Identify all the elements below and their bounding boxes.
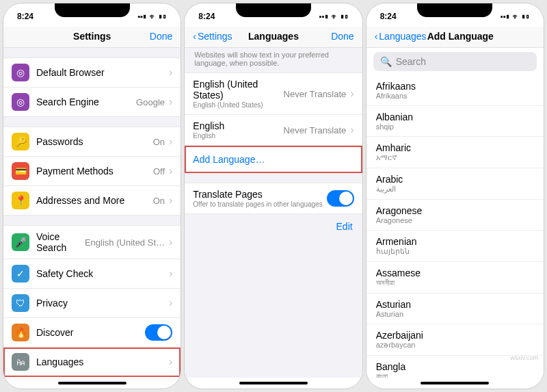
language-name: Armenian <box>376 236 534 247</box>
settings-list[interactable]: ◎Default Browser›◎Search EngineGoogle›🔑P… <box>3 48 181 378</box>
language-option[interactable]: AsturianAsturian <box>366 293 544 324</box>
language-name: Aragonese <box>376 205 534 216</box>
translate-toggle[interactable] <box>327 190 354 207</box>
chevron-left-icon: ‹ <box>375 31 378 42</box>
cell-label: Discover <box>36 327 145 338</box>
language-option[interactable]: Arabicالعربية <box>366 168 544 200</box>
language-native: অসমীয়া <box>376 278 534 287</box>
language-sub: English <box>193 132 283 140</box>
language-picker-list[interactable]: AfrikaansAfrikaansAlbanianshqipAmharicአማ… <box>366 75 544 378</box>
settings-cell-discover[interactable]: 🔥Discover <box>3 318 181 348</box>
chevron-right-icon: › <box>169 267 172 280</box>
settings-cell-payment-methods[interactable]: 💳Payment MethodsOff› <box>3 157 181 186</box>
settings-cell-default-browser[interactable]: ◎Default Browser› <box>3 57 181 88</box>
navbar: ‹ Settings Languages Done <box>185 27 362 48</box>
language-option[interactable]: Amharicአማርኛ <box>366 137 544 168</box>
search-icon: 🔍 <box>380 56 392 67</box>
language-sub: English (United States) <box>193 101 283 109</box>
phone-add-language: 8:24 ▪▪▮ ᯤ ▮▯ ‹ Languages Add Language 🔍… <box>366 3 544 389</box>
translate-label: Translate Pages <box>193 189 326 200</box>
cell-value: On <box>153 137 165 147</box>
chevron-right-icon: › <box>169 96 172 108</box>
language-native: Afrikaans <box>376 92 534 100</box>
status-time: 8:24 <box>17 12 34 21</box>
language-option[interactable]: Albanianshqip <box>366 106 544 137</box>
cell-value: Off <box>153 166 165 177</box>
language-option[interactable]: Armenianհայերեն <box>366 231 544 262</box>
cell-icon: 🛡 <box>12 294 29 312</box>
settings-cell-safety-check[interactable]: ✓Safety Check› <box>3 259 181 289</box>
cell-label: Safety Check <box>36 268 169 279</box>
status-indicators: ▪▪▮ ᯤ ▮▯ <box>501 12 530 21</box>
edit-button[interactable]: Edit <box>185 214 362 239</box>
chevron-right-icon: › <box>169 165 172 177</box>
settings-cell-search-engine[interactable]: ◎Search EngineGoogle› <box>3 88 181 117</box>
cell-value: English (United St… <box>85 237 165 248</box>
cell-icon: 💳 <box>12 162 29 180</box>
section-hint: Websites will show text in your preferre… <box>185 48 362 73</box>
language-name: Albanian <box>376 112 534 122</box>
page-title: Settings <box>53 31 131 42</box>
language-name: Azerbaijani <box>376 330 534 341</box>
chevron-right-icon: › <box>169 66 172 79</box>
settings-cell-languages[interactable]: 🗛Languages› <box>3 348 181 377</box>
cell-icon: 🔥 <box>12 324 29 341</box>
settings-cell-passwords[interactable]: 🔑PasswordsOn› <box>3 127 181 157</box>
cell-icon: 🗛 <box>12 353 29 371</box>
search-input[interactable]: 🔍 Search <box>373 52 537 71</box>
status-indicators: ▪▪▮ ᯤ ▮▯ <box>319 12 349 21</box>
page-title: Languages <box>234 31 312 42</box>
cell-label: Passwords <box>36 136 153 147</box>
done-button[interactable]: Done <box>313 31 354 42</box>
cell-label: Privacy <box>36 298 169 309</box>
settings-cell-addresses-and-more[interactable]: 📍Addresses and MoreOn› <box>3 186 181 215</box>
translate-pages-cell[interactable]: Translate Pages Offer to translate pages… <box>185 183 362 214</box>
add-language-label: Add Language… <box>193 154 265 165</box>
page-title: Add Language <box>427 31 494 42</box>
settings-cell-voice-search[interactable]: 🎤Voice SearchEnglish (United St…› <box>3 225 181 259</box>
chevron-right-icon: › <box>169 356 172 368</box>
back-button[interactable]: ‹ Settings <box>193 31 234 42</box>
cell-label: Search Engine <box>36 96 136 107</box>
language-cell[interactable]: English (United States)English (United S… <box>185 73 362 115</box>
home-indicator[interactable] <box>421 382 489 384</box>
settings-cell-content-settings[interactable]: ⚙Content Settings› <box>3 377 181 378</box>
back-label: Languages <box>379 31 426 42</box>
languages-content[interactable]: Websites will show text in your preferre… <box>185 48 362 378</box>
language-native: Aragonese <box>376 216 534 224</box>
navbar: ‹ Languages Add Language <box>366 27 544 48</box>
cell-icon: ◎ <box>12 93 29 111</box>
settings-cell-privacy[interactable]: 🛡Privacy› <box>3 289 181 318</box>
language-cell[interactable]: EnglishEnglishNever Translate› <box>185 115 362 146</box>
search-placeholder: Search <box>396 56 426 67</box>
language-name: Assamese <box>376 267 534 278</box>
language-option[interactable]: AragoneseAragonese <box>366 200 544 231</box>
cell-icon: 🔑 <box>12 133 29 151</box>
back-button[interactable]: ‹ Languages <box>375 31 427 42</box>
cell-icon: 📍 <box>12 192 29 209</box>
cell-icon: ◎ <box>12 64 29 81</box>
language-option[interactable]: Assameseঅসমীয়া <box>366 262 544 293</box>
toggle[interactable] <box>145 324 172 341</box>
language-option[interactable]: AfrikaansAfrikaans <box>366 75 544 106</box>
done-button[interactable]: Done <box>131 31 172 42</box>
phone-settings: 8:24 ▪▪▮ ᯤ ▮▯ Settings Done ◎Default Bro… <box>3 3 181 389</box>
home-indicator[interactable] <box>239 382 308 384</box>
language-option[interactable]: Azerbaijaniazərbaycan <box>366 324 544 356</box>
language-name: Arabic <box>376 174 534 185</box>
notch <box>55 3 130 17</box>
status-indicators: ▪▪▮ ᯤ ▮▯ <box>137 12 167 21</box>
cell-label: Languages <box>36 356 169 367</box>
cell-label: Payment Methods <box>36 166 153 177</box>
add-language-button[interactable]: Add Language… <box>185 146 362 173</box>
home-indicator[interactable] <box>58 382 126 384</box>
language-name: Bangla <box>376 361 534 372</box>
language-name: Amharic <box>376 142 534 153</box>
chevron-right-icon: › <box>350 124 353 136</box>
navbar: Settings Done <box>3 27 181 48</box>
cell-label: Default Browser <box>36 67 169 78</box>
language-name: Afrikaans <box>376 81 534 92</box>
notch <box>417 3 492 17</box>
cell-label: Addresses and More <box>36 195 153 206</box>
chevron-right-icon: › <box>169 236 172 248</box>
